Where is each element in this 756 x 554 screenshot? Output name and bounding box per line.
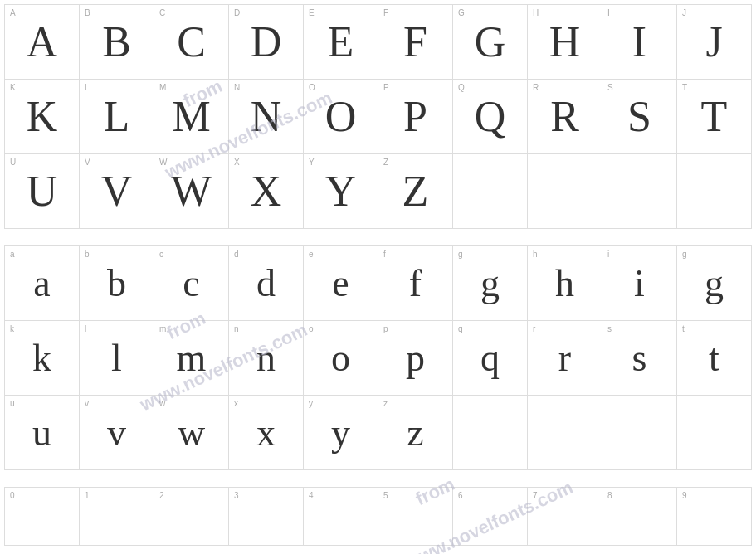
digit-cell: 7 xyxy=(528,488,602,546)
cell-label: L xyxy=(85,83,90,92)
cell-label: S xyxy=(607,83,613,92)
lowercase-cell: zz xyxy=(378,396,453,470)
cell-label: K xyxy=(10,83,16,92)
cell-character: b xyxy=(107,265,126,303)
uppercase-cell: ZZ xyxy=(378,154,453,229)
digit-cell: 8 xyxy=(602,488,677,546)
cell-character: A xyxy=(27,21,58,64)
uppercase-grid: AABBCCDDEEFFGGHHIIJJKKLLMMNNOOPPQQRRSSTT… xyxy=(4,4,752,229)
digit-cell: 2 xyxy=(154,488,229,546)
uppercase-cell: EE xyxy=(304,5,378,80)
lowercase-cell: vv xyxy=(80,396,154,470)
cell-character: O xyxy=(325,95,357,138)
cell-character: i xyxy=(634,265,645,303)
cell-character: f xyxy=(409,265,422,303)
cell-label: v xyxy=(85,399,89,408)
lowercase-cell: uu xyxy=(5,396,80,470)
cell-label: x xyxy=(234,399,238,408)
cell-label: O xyxy=(309,83,315,92)
cell-character: s xyxy=(632,339,647,377)
lowercase-cell: gg xyxy=(677,246,752,321)
uppercase-cell: WW xyxy=(154,154,229,229)
cell-label: r xyxy=(533,324,535,333)
cell-label: 9 xyxy=(682,491,687,500)
uppercase-cell: OO xyxy=(304,80,378,154)
cell-label: G xyxy=(458,8,465,17)
lowercase-cell: xx xyxy=(229,396,304,470)
lowercase-cell: yy xyxy=(304,396,378,470)
uppercase-cell: NN xyxy=(229,80,304,154)
cell-label: 7 xyxy=(533,491,538,500)
cell-label: 6 xyxy=(458,491,463,500)
cell-character: J xyxy=(705,21,722,64)
uppercase-cell: BB xyxy=(80,5,154,80)
lowercase-grid: aabbccddeeffgghhiiggkkllmmnnooppqqrrsstt… xyxy=(4,245,752,470)
cell-character: P xyxy=(403,95,427,138)
uppercase-cell: MM xyxy=(154,80,229,154)
digit-cell: 3 xyxy=(229,488,304,546)
uppercase-cell: AA xyxy=(5,5,80,80)
cell-label: F xyxy=(383,8,388,17)
digit-cell: 5 xyxy=(378,488,453,546)
cell-label: W xyxy=(159,158,167,167)
cell-character: k xyxy=(32,339,51,377)
cell-character: Z xyxy=(402,170,429,213)
digit-cell: 6 xyxy=(453,488,528,546)
cell-label: X xyxy=(234,158,240,167)
cell-character: h xyxy=(555,265,574,303)
cell-character: n xyxy=(256,339,276,377)
uppercase-cell: UU xyxy=(5,154,80,229)
digit-cell: 1 xyxy=(80,488,154,546)
uppercase-cell: DD xyxy=(229,5,304,80)
cell-label: y xyxy=(309,399,313,408)
lowercase-cell: mm xyxy=(154,321,229,396)
cell-label: c xyxy=(159,250,163,259)
uppercase-cell xyxy=(677,154,752,229)
cell-character: e xyxy=(332,265,349,303)
cell-label: s xyxy=(607,324,612,333)
cell-character: E xyxy=(328,21,354,64)
cell-label: N xyxy=(234,83,240,92)
cell-character: z xyxy=(407,414,423,452)
cell-character: l xyxy=(111,339,122,377)
cell-character: u xyxy=(32,414,51,452)
cell-character: T xyxy=(701,95,728,138)
lowercase-cell: qq xyxy=(453,321,528,396)
digits-grid: 0123456789 xyxy=(4,487,752,546)
lowercase-cell xyxy=(453,396,528,470)
lowercase-cell: cc xyxy=(154,246,229,321)
uppercase-cell: CC xyxy=(154,5,229,80)
uppercase-cell: XX xyxy=(229,154,304,229)
cell-label: C xyxy=(159,8,165,17)
cell-label: 1 xyxy=(85,491,90,500)
lowercase-cell: ee xyxy=(304,246,378,321)
lowercase-cell: oo xyxy=(304,321,378,396)
lowercase-cell xyxy=(677,396,752,470)
cell-label: 5 xyxy=(383,491,388,500)
cell-label: f xyxy=(383,250,386,259)
cell-label: 8 xyxy=(607,491,612,500)
cell-label: o xyxy=(309,324,314,333)
cell-label: 2 xyxy=(159,491,164,500)
lowercase-cell: kk xyxy=(5,321,80,396)
cell-label: H xyxy=(533,8,539,17)
digit-cell: 9 xyxy=(677,488,752,546)
cell-label: M xyxy=(159,83,166,92)
lowercase-cell xyxy=(528,396,602,470)
uppercase-cell: GG xyxy=(453,5,528,80)
cell-character: H xyxy=(549,21,581,64)
cell-character: g xyxy=(480,265,500,303)
cell-label: u xyxy=(10,399,15,408)
cell-character: p xyxy=(406,339,425,377)
cell-character: Y xyxy=(325,170,357,213)
cell-label: E xyxy=(309,8,315,17)
cell-character: v xyxy=(107,414,126,452)
lowercase-cell: pp xyxy=(378,321,453,396)
cell-character: N xyxy=(251,95,282,138)
cell-label: a xyxy=(10,250,15,259)
cell-label: t xyxy=(682,324,685,333)
lowercase-cell: ww xyxy=(154,396,229,470)
cell-label: g xyxy=(458,250,463,259)
cell-character: V xyxy=(101,170,133,213)
uppercase-cell: PP xyxy=(378,80,453,154)
